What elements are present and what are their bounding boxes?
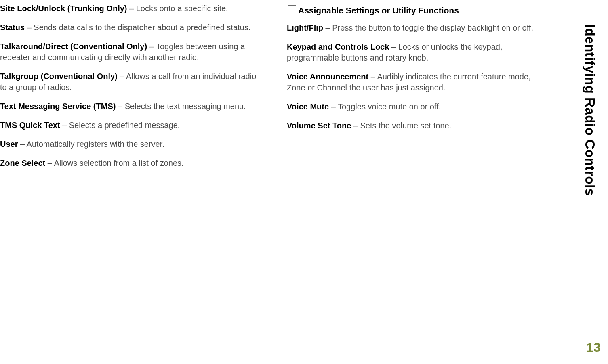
desc: – Sends data calls to the dispatcher abo… [25, 23, 250, 32]
entry: Voice Announcement – Audibly indicates t… [287, 71, 537, 93]
entry: Zone Select – Allows selection from a li… [0, 158, 263, 169]
page-number: 13 [586, 340, 601, 355]
term: Text Messaging Service (TMS) [0, 102, 116, 111]
term: User [0, 140, 18, 149]
term: Site Lock/Unlock (Trunking Only) [0, 4, 127, 13]
section-heading: Assignable Settings or Utility Functions [287, 6, 537, 15]
term: Voice Announcement [287, 72, 368, 81]
desc: – Press the button to toggle the display… [323, 23, 533, 32]
term: Volume Set Tone [287, 121, 351, 130]
desc: – Selects the text messaging menu. [116, 102, 246, 111]
document-icon [287, 6, 294, 15]
entry: Keypad and Controls Lock – Locks or unlo… [287, 42, 537, 63]
desc: – Selects a predefined message. [60, 121, 180, 130]
term: Light/Flip [287, 23, 323, 32]
term: Status [0, 23, 25, 32]
desc: – Sets the volume set tone. [351, 121, 451, 130]
desc: – Automatically registers with the serve… [18, 140, 164, 149]
entry: Talkgroup (Conventional Only) – Allows a… [0, 71, 263, 93]
desc: – Allows selection from a list of zones. [45, 159, 183, 167]
term: Keypad and Controls Lock [287, 42, 389, 51]
entry: Talkaround/Direct (Conventional Only) – … [0, 41, 263, 63]
term: Voice Mute [287, 102, 329, 111]
entry: Voice Mute – Toggles voice mute on or of… [287, 101, 537, 112]
side-section-title: Identifying Radio Controls [582, 24, 597, 196]
page-content: Site Lock/Unlock (Trunking Only) – Locks… [0, 0, 608, 177]
section-title: Assignable Settings or Utility Functions [298, 6, 459, 15]
left-column: Site Lock/Unlock (Trunking Only) – Locks… [0, 0, 275, 177]
right-column: Assignable Settings or Utility Functions… [275, 0, 549, 177]
desc: – Locks onto a specific site. [127, 4, 228, 13]
entry: Light/Flip – Press the button to toggle … [287, 23, 537, 33]
desc: – Toggles voice mute on or off. [329, 102, 441, 111]
term: Talkaround/Direct (Conventional Only) [0, 42, 147, 51]
term: Talkgroup (Conventional Only) [0, 72, 118, 81]
entry: Text Messaging Service (TMS) – Selects t… [0, 101, 263, 112]
term: TMS Quick Text [0, 121, 60, 130]
entry: Volume Set Tone – Sets the volume set to… [287, 120, 537, 131]
entry: TMS Quick Text – Selects a predefined me… [0, 120, 263, 131]
entry: Site Lock/Unlock (Trunking Only) – Locks… [0, 3, 263, 14]
term: Zone Select [0, 159, 45, 167]
entry: Status – Sends data calls to the dispatc… [0, 22, 263, 33]
entry: User – Automatically registers with the … [0, 139, 263, 150]
